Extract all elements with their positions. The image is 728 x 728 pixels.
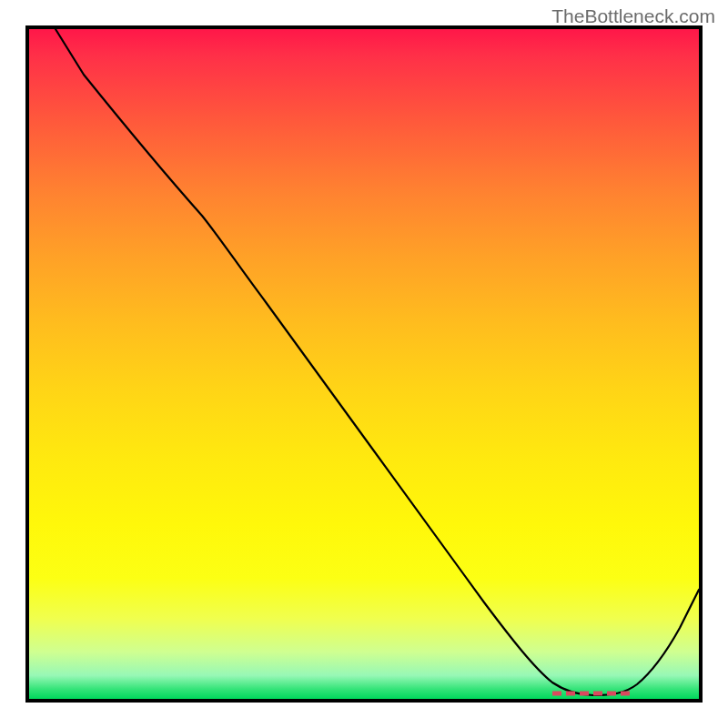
plot-area <box>25 25 703 703</box>
chart-container: TheBottleneck.com <box>0 0 728 728</box>
watermark-label: TheBottleneck.com <box>551 5 715 27</box>
optimum-marker-layer <box>29 29 699 699</box>
